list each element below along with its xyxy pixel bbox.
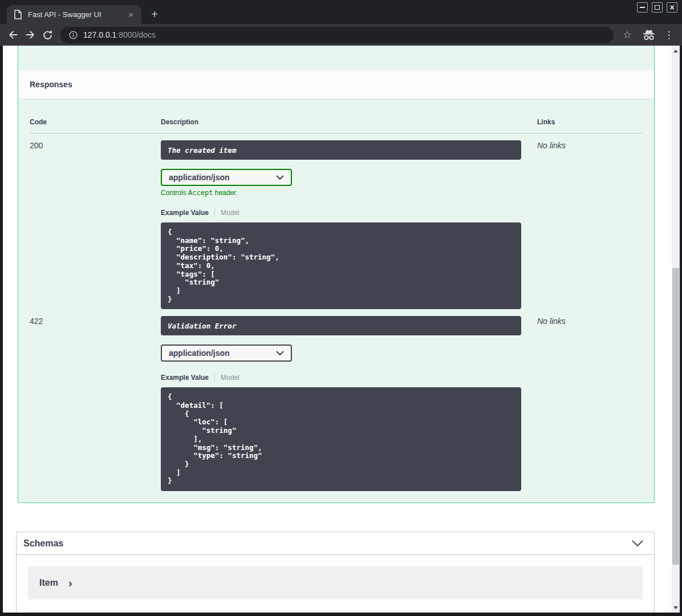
operation-block: Responses Code Description Links 200 The… — [18, 46, 655, 503]
column-header-links: Links — [537, 110, 643, 133]
column-header-code: Code — [30, 110, 161, 133]
browser-titlebar: Fast API - Swagger UI × + × — [0, 0, 682, 24]
incognito-icon — [640, 29, 658, 41]
response-description-cell-200: The created item application/json Contro… — [161, 133, 537, 309]
accept-header-note: Controls Accept header. — [161, 189, 537, 197]
example-json-text: { "detail": [ { "loc": [ "string" ], "ms… — [168, 393, 514, 485]
tab-model[interactable]: Model — [221, 209, 239, 217]
responses-table: Code Description Links 200 The created i… — [30, 110, 643, 491]
media-type-select[interactable]: application/json — [161, 169, 292, 186]
window-frame-bottom — [0, 613, 682, 616]
url-host: 127.0.0.1 — [83, 30, 116, 39]
forward-arrow-icon — [25, 29, 36, 40]
column-header-description: Description — [161, 110, 537, 133]
media-type-value: application/json — [169, 348, 230, 358]
responses-section-header: Responses — [18, 70, 654, 99]
response-links-422: No links — [537, 309, 643, 491]
browser-menu-icon[interactable]: ⋮ — [661, 29, 676, 41]
response-description-box: The created item — [161, 140, 521, 160]
back-button[interactable] — [5, 26, 22, 43]
responses-table-wrapper: Code Description Links 200 The created i… — [18, 99, 654, 502]
example-json-block: { "detail": [ { "loc": [ "string" ], "ms… — [161, 387, 521, 491]
tab-model[interactable]: Model — [221, 374, 239, 382]
response-links-200: No links — [537, 133, 643, 309]
address-bar[interactable]: 127.0.0.1:8000/docs — [60, 27, 614, 43]
responses-title: Responses — [30, 80, 72, 89]
new-tab-button[interactable]: + — [147, 8, 162, 22]
response-description-cell-422: Validation Error application/json Exampl… — [161, 309, 537, 491]
schemas-title: Schemas — [23, 538, 63, 549]
url-path: :8000/docs — [116, 30, 156, 39]
scrollbar-thumb[interactable] — [672, 268, 679, 565]
response-code-200: 200 — [30, 133, 161, 309]
reload-icon — [42, 30, 53, 40]
window-controls: × — [637, 2, 677, 13]
example-json-block: { "name": "string", "price": 0, "descrip… — [161, 222, 521, 309]
maximize-button[interactable] — [652, 2, 663, 13]
tab-example-value[interactable]: Example Value — [161, 374, 209, 382]
window-frame-right — [680, 46, 682, 616]
example-json-text: { "name": "string", "price": 0, "descrip… — [168, 228, 514, 303]
scroll-up-button[interactable] — [672, 47, 680, 55]
response-description-text: The created item — [168, 146, 236, 155]
chevron-down-icon — [631, 540, 644, 547]
response-description-text: Validation Error — [168, 322, 236, 330]
chevron-down-icon — [276, 175, 284, 180]
site-info-icon[interactable] — [68, 30, 78, 40]
close-icon: × — [669, 3, 674, 11]
tab-divider — [214, 374, 215, 382]
tab-divider — [214, 209, 215, 217]
media-type-select[interactable]: application/json — [161, 345, 292, 362]
chevron-down-icon — [276, 351, 284, 355]
tab-close-icon[interactable]: × — [126, 10, 136, 19]
model-row-item[interactable]: Item › — [28, 566, 643, 599]
maximize-icon — [655, 5, 660, 10]
browser-window: Fast API - Swagger UI × + × — [0, 0, 682, 616]
swagger-page: Responses Code Description Links 200 The… — [0, 46, 682, 616]
close-button[interactable]: × — [667, 2, 677, 13]
scroll-down-button[interactable] — [672, 603, 680, 611]
example-model-tabs: Example Value Model — [161, 374, 537, 382]
back-arrow-icon — [7, 29, 19, 40]
page-favicon-document-icon — [14, 10, 22, 19]
bookmark-star-icon[interactable]: ☆ — [619, 29, 635, 41]
response-code-422: 422 — [30, 309, 161, 491]
opblock-spacer — [18, 46, 654, 70]
reload-button[interactable] — [39, 26, 56, 43]
tab-title: Fast API - Swagger UI — [28, 10, 126, 19]
models-list: Item › ValidationError › — [17, 555, 654, 616]
forward-button[interactable] — [22, 26, 39, 43]
browser-toolbar: 127.0.0.1:8000/docs ☆ ⋮ — [0, 24, 682, 46]
page-scrollbar[interactable] — [672, 46, 680, 616]
media-type-value: application/json — [169, 173, 230, 182]
response-description-box: Validation Error — [161, 316, 521, 335]
window-frame-left — [0, 46, 3, 616]
schemas-section: Schemas Item › ValidationError › — [16, 532, 655, 616]
browser-tab[interactable]: Fast API - Swagger UI × — [7, 5, 141, 24]
accept-note-prefix: Controls — [161, 189, 188, 197]
scroll-down-icon — [673, 606, 678, 609]
schemas-header[interactable]: Schemas — [17, 532, 654, 555]
minimize-icon — [640, 7, 645, 8]
accept-note-code: Accept — [188, 189, 213, 197]
accept-note-suffix: header. — [213, 189, 237, 197]
tab-example-value[interactable]: Example Value — [161, 209, 209, 217]
chevron-right-icon: › — [68, 578, 72, 587]
minimize-button[interactable] — [637, 2, 648, 13]
model-name: Item — [39, 578, 58, 588]
example-model-tabs: Example Value Model — [161, 209, 537, 217]
url-text: 127.0.0.1:8000/docs — [83, 30, 156, 39]
scroll-up-icon — [673, 50, 678, 52]
